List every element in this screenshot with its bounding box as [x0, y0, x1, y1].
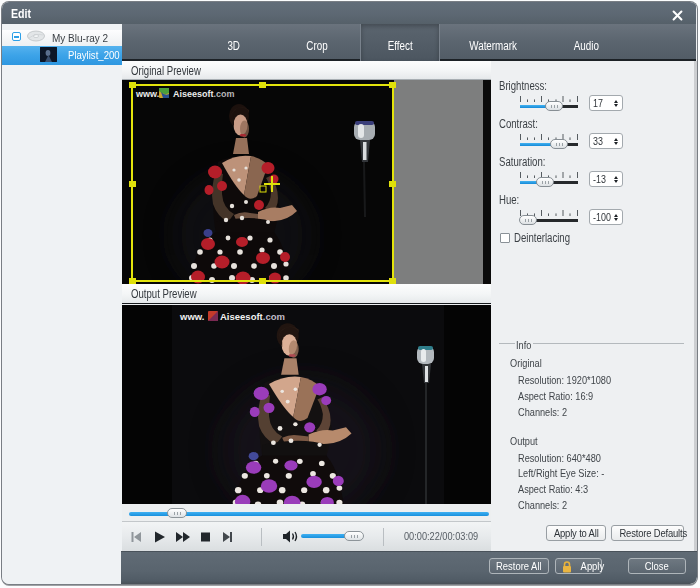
svg-text:www.: www.	[179, 311, 204, 322]
svg-text:Aiseesoft.com: Aiseesoft.com	[220, 311, 285, 322]
